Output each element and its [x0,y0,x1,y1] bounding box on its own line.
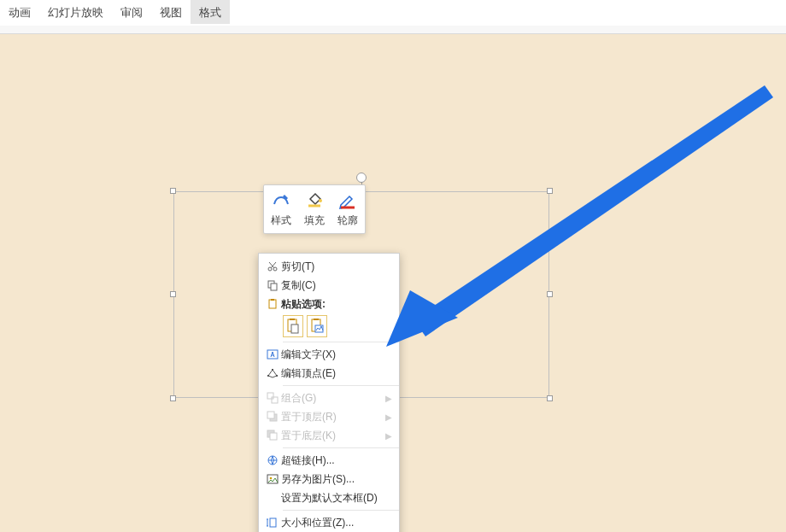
paint-bucket-icon [305,191,324,210]
copy-icon [264,279,281,291]
resize-handle[interactable] [170,395,176,401]
menu-separator [283,447,399,448]
menu-send-back: 置于底层(K) ▶ [259,426,399,445]
svg-rect-8 [290,319,295,320]
bring-front-icon [264,411,281,423]
menu-edit-text[interactable]: 编辑文字(X) [259,345,399,364]
svg-rect-16 [276,375,278,377]
edit-text-icon [264,348,281,360]
svg-point-0 [319,199,322,202]
svg-rect-5 [269,300,276,308]
submenu-arrow-icon: ▶ [385,394,392,403]
clipboard-picture-icon [310,318,324,335]
shape-style-icon [272,191,290,210]
svg-rect-18 [272,397,278,403]
resize-handle[interactable] [170,188,176,194]
menu-paste-options: 粘贴选项: [259,295,399,313]
svg-rect-9 [291,324,298,333]
mini-fill-label: 填充 [304,213,325,228]
paste-as-picture-button[interactable] [307,315,327,337]
tab-format[interactable]: 格式 [191,0,230,24]
scissors-icon [264,260,281,272]
svg-point-25 [270,477,273,480]
svg-rect-4 [271,284,277,290]
mini-outline-button[interactable]: 轮廓 [331,185,365,233]
resize-handle[interactable] [547,188,553,194]
context-menu: 剪切(T) 复制(C) 粘贴选项: 编辑文字 [258,253,400,532]
svg-rect-11 [314,319,319,320]
clipboard-icon [264,298,281,310]
menu-edit-points-label: 编辑顶点(E) [281,366,392,381]
pen-outline-icon [338,191,357,210]
slide-canvas[interactable]: 样式 填充 轮廓 剪切(T) 复制(C) [0,34,786,532]
menu-separator [283,385,399,386]
tab-slideshow[interactable]: 幻灯片放映 [39,0,112,24]
edit-points-icon [264,367,281,379]
group-icon [264,392,281,404]
menu-group-label: 组合(G) [281,391,385,406]
menu-size-position[interactable]: 大小和位置(Z)... [259,513,399,532]
menu-size-position-label: 大小和位置(Z)... [281,516,392,530]
resize-handle[interactable] [170,291,176,297]
menu-paste-options-label: 粘贴选项: [281,297,392,312]
ribbon-strip [0,26,786,34]
rotate-handle[interactable] [356,172,367,183]
svg-rect-15 [272,369,273,371]
submenu-arrow-icon: ▶ [385,431,392,441]
menu-group: 组合(G) ▶ [259,389,399,407]
menu-cut[interactable]: 剪切(T) [259,257,399,276]
menu-hyperlink-label: 超链接(H)... [281,453,392,468]
menu-separator [283,510,399,511]
menu-save-as-picture-label: 另存为图片(S)... [281,472,392,487]
mini-toolbar: 样式 填充 轮廓 [263,184,366,234]
menu-separator [283,342,399,342]
menu-set-default-textbox-label: 设置为默认文本框(D) [281,491,392,506]
menu-bring-front-label: 置于顶层(R) [281,410,385,424]
tab-view[interactable]: 视图 [151,0,191,24]
submenu-arrow-icon: ▶ [385,412,392,422]
menu-cut-label: 剪切(T) [281,260,392,274]
tab-animation[interactable]: 动画 [0,0,39,24]
picture-icon [264,473,281,485]
svg-rect-17 [267,393,273,399]
svg-rect-14 [267,375,269,377]
ribbon-tabbar: 动画 幻灯片放映 审阅 视图 格式 [0,0,786,26]
clipboard-paste-icon [286,318,300,335]
mini-style-label: 样式 [271,213,291,228]
paste-keep-source-button[interactable] [283,315,303,337]
mini-style-button[interactable]: 样式 [264,185,297,233]
svg-rect-26 [270,518,276,527]
menu-bring-front: 置于顶层(R) ▶ [259,407,399,426]
paste-options-row [259,313,399,339]
menu-hyperlink[interactable]: 超链接(H)... [259,451,399,470]
mini-outline-label: 轮廓 [337,213,358,228]
tab-review[interactable]: 审阅 [112,0,151,24]
menu-save-as-picture[interactable]: 另存为图片(S)... [259,470,399,488]
svg-rect-22 [270,433,277,440]
hyperlink-icon [264,454,281,466]
resize-handle[interactable] [547,395,553,401]
menu-copy[interactable]: 复制(C) [259,276,399,295]
menu-edit-points[interactable]: 编辑顶点(E) [259,364,399,383]
send-back-icon [264,430,281,441]
resize-handle[interactable] [547,291,553,297]
menu-edit-text-label: 编辑文字(X) [281,348,392,362]
mini-fill-button[interactable]: 填充 [297,185,331,233]
svg-rect-6 [271,299,274,301]
menu-set-default-textbox[interactable]: 设置为默认文本框(D) [259,488,399,507]
size-position-icon [264,517,281,529]
menu-copy-label: 复制(C) [281,278,392,293]
menu-send-back-label: 置于底层(K) [281,429,385,443]
svg-rect-20 [267,412,274,418]
